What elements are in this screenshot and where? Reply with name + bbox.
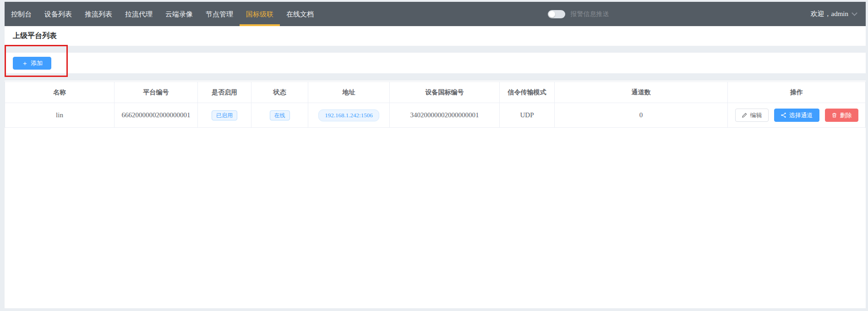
- status-badge: 在线: [270, 110, 290, 120]
- enabled-badge: 已启用: [212, 110, 237, 120]
- select-channel-label: 选择通道: [789, 111, 813, 120]
- action-buttons: 编辑 选择通道: [735, 109, 858, 122]
- chevron-down-icon: [852, 10, 857, 16]
- edit-button-label: 编辑: [750, 111, 762, 120]
- share-icon: [781, 112, 786, 118]
- col-header-enabled: 是否启用: [198, 82, 251, 103]
- cell-actions: 编辑 选择通道: [728, 103, 865, 127]
- cell-enabled: 已启用: [198, 103, 251, 127]
- edit-pencil-icon: [742, 112, 748, 118]
- divider-band: [5, 73, 866, 81]
- content-area: 名称 平台编号 是否启用 状态 地址 设备国标编号 信令传输模式 通道数 操作 …: [5, 81, 866, 308]
- nav-tab-console[interactable]: 控制台: [5, 2, 38, 26]
- top-nav: 控制台 设备列表 推流列表 拉流代理 云端录像 节点管理 国标级联 在线文档 报…: [5, 2, 866, 26]
- nav-tab-cloud-record[interactable]: 云端录像: [159, 2, 199, 26]
- toolbar: ＋ 添加: [5, 53, 866, 73]
- col-header-name: 名称: [5, 82, 115, 103]
- table-header-row: 名称 平台编号 是否启用 状态 地址 设备国标编号 信令传输模式 通道数 操作: [5, 82, 865, 103]
- username: admin: [831, 10, 849, 18]
- nav-tab-gb-cascade[interactable]: 国标级联: [240, 2, 280, 26]
- platform-table: 名称 平台编号 是否启用 状态 地址 设备国标编号 信令传输模式 通道数 操作 …: [5, 82, 866, 128]
- alarm-push-label: 报警信息推送: [571, 10, 609, 18]
- cell-device-gb-id: 34020000002000000001: [390, 103, 500, 127]
- nav-tab-node-manage[interactable]: 节点管理: [199, 2, 240, 26]
- nav-tab-device-list[interactable]: 设备列表: [38, 2, 78, 26]
- trash-icon: [831, 112, 837, 118]
- cell-channel-count: 0: [555, 103, 728, 127]
- col-header-platform-id: 平台编号: [115, 82, 198, 103]
- col-header-channel-count: 通道数: [555, 82, 728, 103]
- divider-band: [5, 46, 866, 53]
- nav-tab-online-docs[interactable]: 在线文档: [280, 2, 320, 26]
- table-row: lin 66620000002000000001 已启用 在线 192.168.…: [5, 103, 865, 128]
- toggle-knob: [549, 11, 555, 17]
- cell-status: 在线: [251, 103, 308, 127]
- delete-button[interactable]: 删除: [825, 109, 858, 122]
- col-header-status: 状态: [251, 82, 308, 103]
- nav-tab-push-list[interactable]: 推流列表: [78, 2, 119, 26]
- col-header-actions: 操作: [728, 82, 865, 103]
- add-button-label: 添加: [31, 59, 43, 67]
- cell-transport: UDP: [500, 103, 555, 127]
- add-button[interactable]: ＋ 添加: [13, 57, 51, 70]
- edit-button[interactable]: 编辑: [735, 109, 769, 122]
- page-header: 上级平台列表: [5, 26, 866, 46]
- user-menu[interactable]: 欢迎， admin: [811, 10, 857, 18]
- col-header-device-gb-id: 设备国标编号: [390, 82, 500, 103]
- welcome-text: 欢迎，: [811, 10, 831, 18]
- plus-icon: ＋: [22, 60, 28, 66]
- address-chip: 192.168.1.242:1506: [318, 109, 379, 121]
- page-title: 上级平台列表: [13, 31, 57, 41]
- app-window: 控制台 设备列表 推流列表 拉流代理 云端录像 节点管理 国标级联 在线文档 报…: [5, 2, 866, 308]
- nav-tab-pull-proxy[interactable]: 拉流代理: [119, 2, 159, 26]
- col-header-address: 地址: [308, 82, 390, 103]
- alarm-push-toggle[interactable]: [548, 10, 565, 18]
- alarm-push-group: 报警信息推送: [548, 10, 609, 18]
- select-channel-button[interactable]: 选择通道: [774, 109, 819, 122]
- cell-name: lin: [5, 103, 115, 127]
- delete-button-label: 删除: [840, 111, 852, 120]
- col-header-transport: 信令传输模式: [500, 82, 555, 103]
- cell-address: 192.168.1.242:1506: [308, 103, 390, 127]
- cell-platform-id: 66620000002000000001: [115, 103, 198, 127]
